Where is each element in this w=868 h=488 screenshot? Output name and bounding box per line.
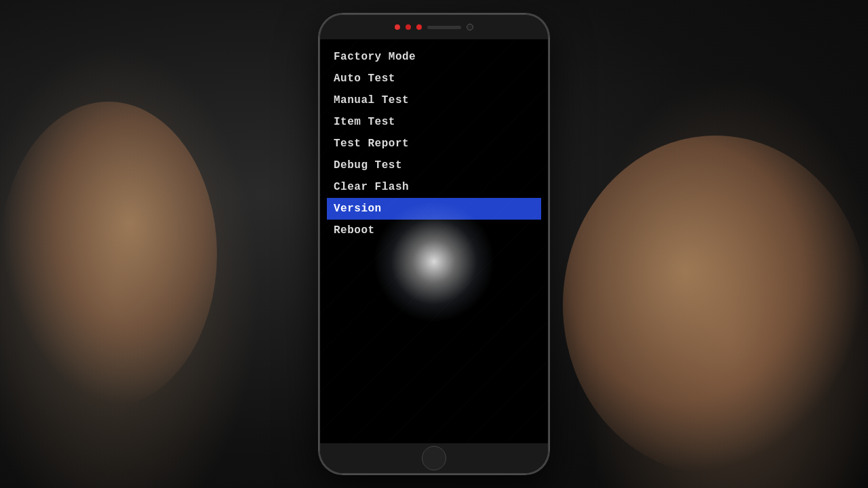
menu-item-version[interactable]: Version <box>327 198 541 220</box>
sensor-dot-1 <box>395 24 400 30</box>
phone-top-bar <box>320 15 548 39</box>
sensor-dot-3 <box>416 24 422 30</box>
phone-device: Factory Mode Auto Test Manual Test Item … <box>319 14 549 474</box>
hand-right <box>563 136 868 474</box>
power-button[interactable] <box>548 110 549 144</box>
menu-item-debug-test[interactable]: Debug Test <box>327 155 541 176</box>
hand-left <box>0 102 217 407</box>
factory-menu: Factory Mode Auto Test Manual Test Item … <box>327 46 541 241</box>
front-camera <box>467 24 473 30</box>
menu-item-reboot[interactable]: Reboot <box>327 220 541 241</box>
sensor-dot-2 <box>406 24 411 30</box>
phone-speaker <box>427 26 461 29</box>
phone-screen: Factory Mode Auto Test Manual Test Item … <box>320 39 548 443</box>
phone-chin <box>320 443 548 473</box>
menu-item-clear-flash[interactable]: Clear Flash <box>327 176 541 198</box>
menu-item-auto-test[interactable]: Auto Test <box>327 68 541 89</box>
menu-item-test-report[interactable]: Test Report <box>327 133 541 155</box>
home-button[interactable] <box>422 446 446 470</box>
menu-item-item-test[interactable]: Item Test <box>327 111 541 133</box>
menu-item-factory-mode[interactable]: Factory Mode <box>327 46 541 68</box>
volume-button[interactable] <box>548 150 549 184</box>
menu-item-manual-test[interactable]: Manual Test <box>327 89 541 111</box>
